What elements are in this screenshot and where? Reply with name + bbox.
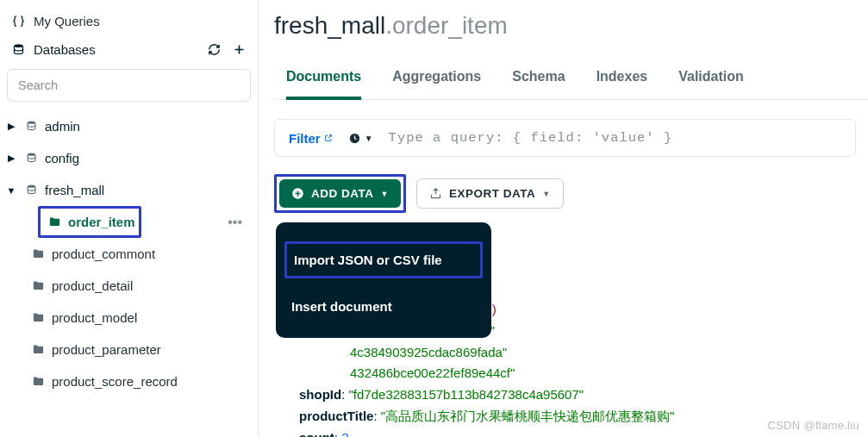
- folder-icon: [31, 375, 45, 389]
- filter-button[interactable]: Filter: [289, 131, 333, 146]
- doc-userid-fragment: 4c384903925cdac869fada": [350, 345, 507, 359]
- add-data-button[interactable]: ADD DATA ▼: [279, 179, 401, 208]
- sidebar: My Queries Databases ▶ admin ▶ config ▼ …: [0, 0, 259, 437]
- main-content: fresh_mall.order_item Documents Aggregat…: [259, 0, 868, 437]
- doc-val: "高品质山东祁门水果蟠桃顺丰快递包邮优惠整箱购": [381, 409, 675, 423]
- filter-bar: Filter ▼ Type a query: { field: 'value' …: [274, 119, 856, 157]
- db-label: admin: [45, 119, 80, 134]
- add-data-label: ADD DATA: [311, 187, 374, 200]
- collection-item[interactable]: product_model: [31, 302, 258, 334]
- tab-indexes[interactable]: Indexes: [596, 60, 648, 99]
- collection-label: order_item: [68, 215, 135, 229]
- tab-documents[interactable]: Documents: [286, 60, 361, 100]
- breadcrumb: fresh_mall.order_item: [274, 12, 868, 60]
- db-item-config[interactable]: ▶ config: [0, 142, 258, 174]
- collection-item-order-item[interactable]: order_item: [38, 206, 141, 238]
- collection-label: product_commont: [52, 247, 155, 261]
- tab-aggregations[interactable]: Aggregations: [392, 60, 481, 99]
- braces-icon: [12, 15, 25, 28]
- db-label: fresh_mall: [45, 183, 104, 197]
- caret-right-icon: ▶: [5, 153, 17, 164]
- action-row: ADD DATA ▼ EXPORT DATA ▼ Import JSON or …: [274, 174, 868, 213]
- export-data-label: EXPORT DATA: [449, 187, 535, 200]
- export-data-button[interactable]: EXPORT DATA ▼: [416, 178, 564, 209]
- collections-list: order_item ••• product_commont product_d…: [0, 206, 258, 397]
- collection-item[interactable]: product_commont: [31, 238, 258, 270]
- db-item-admin[interactable]: ▶ admin: [0, 110, 258, 142]
- collection-label: product_detail: [52, 278, 133, 293]
- search-wrap: [0, 64, 258, 110]
- doc-key: productTitle: [299, 409, 373, 423]
- db-label: config: [45, 151, 79, 165]
- dropdown-insert-document[interactable]: Insert document: [276, 290, 491, 322]
- refresh-icon[interactable]: [208, 43, 221, 56]
- database-header-icon: [12, 43, 25, 56]
- db-item-fresh-mall[interactable]: ▼ fresh_mall: [0, 174, 258, 206]
- folder-icon: [31, 311, 45, 325]
- databases-label: Databases: [34, 42, 96, 57]
- query-input[interactable]: Type a query: { field: 'value' }: [389, 130, 673, 146]
- tabs: Documents Aggregations Schema Indexes Va…: [274, 60, 868, 100]
- more-icon[interactable]: •••: [228, 215, 242, 230]
- database-icon: [24, 120, 38, 134]
- external-link-icon: [324, 134, 333, 142]
- database-icon: [24, 184, 38, 197]
- folder-icon: [47, 215, 61, 229]
- chevron-down-icon: ▼: [381, 190, 389, 198]
- collection-item[interactable]: product_score_record: [31, 365, 258, 397]
- tab-validation[interactable]: Validation: [678, 60, 744, 99]
- chevron-down-icon: ▼: [365, 134, 373, 143]
- collection-item[interactable]: product_parameter: [31, 334, 258, 365]
- folder-icon: [31, 279, 45, 293]
- caret-down-icon: ▼: [5, 185, 17, 196]
- doc-val: "fd7de32883157b113b842738c4a95607": [349, 387, 584, 402]
- plus-circle-icon: [291, 187, 304, 200]
- svg-point-3: [28, 185, 35, 188]
- my-queries-label: My Queries: [34, 14, 100, 28]
- folder-icon: [31, 343, 45, 357]
- folder-icon: [31, 247, 45, 261]
- doc-addressid-fragment: 432486bce00e22fef89e44cf": [350, 365, 515, 380]
- doc-val: 2: [341, 430, 348, 438]
- database-icon: [24, 152, 38, 165]
- add-data-dropdown: Import JSON or CSV file Insert document: [276, 222, 491, 338]
- caret-right-icon: ▶: [5, 121, 17, 132]
- add-data-highlight: ADD DATA ▼: [274, 174, 406, 213]
- search-input[interactable]: [7, 69, 251, 102]
- svg-point-2: [28, 153, 35, 156]
- breadcrumb-collection: order_item: [392, 12, 508, 39]
- history-button[interactable]: ▼: [348, 132, 373, 145]
- dropdown-import-file[interactable]: Import JSON or CSV file: [284, 241, 483, 278]
- tab-schema[interactable]: Schema: [512, 60, 565, 99]
- collection-label: product_model: [52, 310, 137, 325]
- filter-label: Filter: [289, 131, 321, 146]
- collection-label: product_score_record: [52, 374, 178, 389]
- doc-key: shopId: [299, 387, 341, 402]
- chevron-down-icon: ▼: [542, 190, 550, 198]
- watermark: CSDN @flame.liu: [767, 419, 859, 432]
- svg-point-1: [28, 122, 35, 124]
- plus-icon[interactable]: [233, 43, 246, 56]
- collection-label: product_parameter: [52, 342, 161, 357]
- database-tree: ▶ admin ▶ config ▼ fresh_mall order_item…: [0, 110, 258, 430]
- databases-header: Databases: [0, 35, 258, 64]
- breadcrumb-db: fresh_mall: [274, 12, 385, 39]
- collection-item[interactable]: product_detail: [31, 270, 258, 302]
- svg-point-0: [15, 44, 23, 47]
- my-queries-row[interactable]: My Queries: [0, 7, 258, 35]
- clock-icon: [348, 132, 361, 145]
- doc-key: count: [299, 430, 334, 438]
- export-icon: [429, 187, 442, 200]
